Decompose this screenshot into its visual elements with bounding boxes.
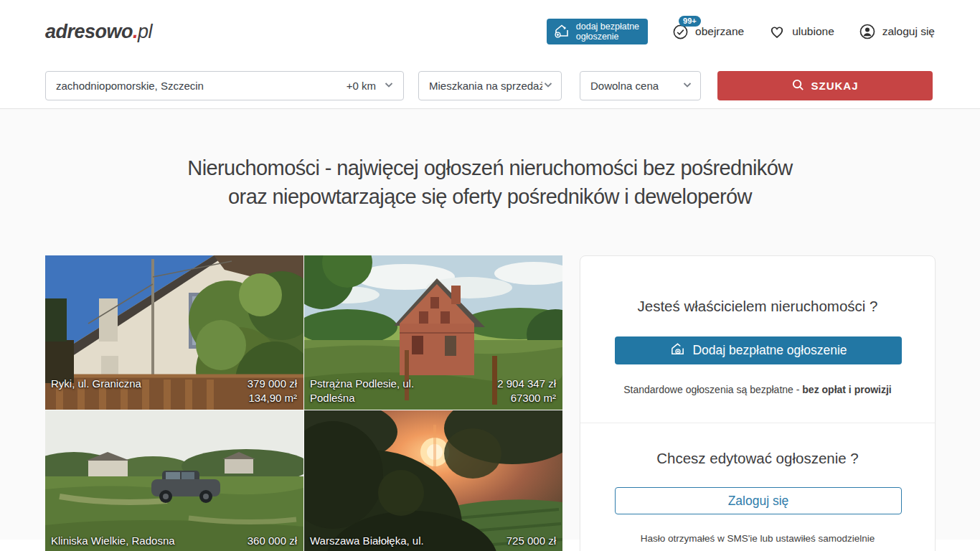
edit-panel-note: Hasło otrzymałeś w SMS'ie lub ustawiłeś … [615, 533, 900, 544]
listing-label: Pstrążna Podlesie, ul. Podleśna 2 904 34… [304, 375, 562, 410]
add-listing-button[interactable]: dodaj bezpłatne ogłoszenie [547, 19, 648, 44]
location-value: zachodniopomorskie, Szczecin [56, 80, 204, 92]
edit-panel-title: Chcesz edytować ogłoszenie ? [615, 450, 900, 467]
listing-photo [304, 410, 562, 551]
owner-panel-title: Jesteś właścicielem nieruchomości ? [615, 298, 900, 315]
radius-value[interactable]: +0 km [347, 80, 376, 92]
nav-favorites-label: ulubione [792, 25, 834, 38]
listing-price: 2 904 347 zł [497, 377, 556, 390]
logo-text-tld: pl [138, 21, 152, 42]
listing-label: Warszawa Białołęka, ul. 725 000 zł [304, 532, 562, 551]
logo-text-main: adresowo [45, 21, 133, 42]
site-logo[interactable]: adresowo.pl [45, 21, 152, 43]
listing-name: Warszawa Białołęka, ul. [310, 534, 424, 548]
listing-area: 67300 m² [511, 392, 556, 404]
listing-price-area: 360 000 zł [248, 534, 297, 548]
listing-price-area: 725 000 zł [507, 534, 556, 548]
listing-name: Ryki, ul. Graniczna [51, 377, 141, 391]
listing-price-area: 379 000 zł 134,90 m² [248, 377, 297, 405]
listing-photo [45, 410, 303, 551]
listing-price: 360 000 zł [248, 534, 297, 547]
listing-name: Pstrążna Podlesie, ul. Podleśna [310, 377, 461, 405]
price-select[interactable]: Dowolna cena [580, 71, 701, 100]
category-select[interactable]: Mieszkania na sprzedaż [418, 71, 562, 100]
edit-panel: Chcesz edytować ogłoszenie ? Zaloguj się… [615, 423, 900, 544]
nav-item-favorites[interactable]: ulubione [768, 23, 834, 40]
chevron-down-icon [542, 79, 554, 93]
nav-viewed-label: obejrzane [695, 25, 744, 38]
listing-card[interactable]: Warszawa Białołęka, ul. 725 000 zł [304, 410, 562, 551]
login-button-label: Zaloguj się [728, 494, 789, 509]
listing-label: Kliniska Wielkie, Radosna 360 000 zł [45, 532, 303, 551]
house-plus-icon [553, 22, 570, 42]
listing-label: Ryki, ul. Graniczna 379 000 zł 134,90 m² [45, 375, 303, 410]
chevron-down-icon [682, 79, 693, 93]
listing-price-area: 2 904 347 zł 67300 m² [497, 377, 556, 405]
heart-icon [768, 23, 786, 40]
listing-name: Kliniska Wielkie, Radosna [51, 534, 175, 548]
listing-area: 134,90 m² [248, 392, 297, 404]
listing-card[interactable]: Kliniska Wielkie, Radosna 360 000 zł [45, 410, 303, 551]
owner-panel-note: Standardowe ogłoszenia są bezpłatne - be… [615, 384, 900, 395]
search-button[interactable]: SZUKAJ [717, 71, 933, 100]
search-button-label: SZUKAJ [811, 80, 858, 92]
house-plus-icon [669, 341, 686, 361]
main-content: Nieruchomości - najwięcej ogłoszeń nieru… [0, 109, 980, 540]
nav-item-login[interactable]: zaloguj się [859, 23, 935, 40]
add-free-listing-label: Dodaj bezpłatne ogłoszenie [692, 343, 847, 358]
page: adresowo.pl dodaj bezpłatne ogłoszenie [0, 0, 980, 551]
add-free-listing-button[interactable]: Dodaj bezpłatne ogłoszenie [615, 336, 902, 364]
owner-panel: Jesteś właścicielem nieruchomości ? Doda… [580, 255, 936, 551]
nav-item-viewed[interactable]: 99+ obejrzane [672, 24, 744, 40]
top-navigation: dodaj bezpłatne ogłoszenie 99+ obejrzane [547, 19, 935, 44]
location-input[interactable]: zachodniopomorskie, Szczecin +0 km [45, 71, 404, 100]
chevron-down-icon [383, 79, 395, 93]
listing-price: 379 000 zł [248, 377, 297, 390]
login-button[interactable]: Zaloguj się [615, 487, 902, 514]
listings-grid: Ryki, ul. Graniczna 379 000 zł 134,90 m² [45, 255, 562, 551]
top-header: adresowo.pl dodaj bezpłatne ogłoszenie [0, 0, 980, 63]
nav-login-label: zaloguj się [882, 25, 935, 38]
viewed-count-badge: 99+ [679, 16, 701, 27]
listing-price: 725 000 zł [507, 534, 556, 547]
logo-dot: . [133, 21, 138, 42]
search-icon [791, 78, 805, 94]
add-listing-label: dodaj bezpłatne ogłoszenie [576, 22, 639, 42]
page-title: Nieruchomości - najwięcej ogłoszeń nieru… [0, 154, 980, 211]
user-circle-icon [859, 23, 876, 40]
category-value: Mieszkania na sprzedaż [429, 80, 542, 92]
listing-card[interactable]: Pstrążna Podlesie, ul. Podleśna 2 904 34… [304, 255, 562, 410]
price-value: Dowolna cena [590, 80, 659, 92]
listing-card[interactable]: Ryki, ul. Graniczna 379 000 zł 134,90 m² [45, 255, 303, 410]
search-bar: zachodniopomorskie, Szczecin +0 km Miesz… [0, 63, 980, 109]
